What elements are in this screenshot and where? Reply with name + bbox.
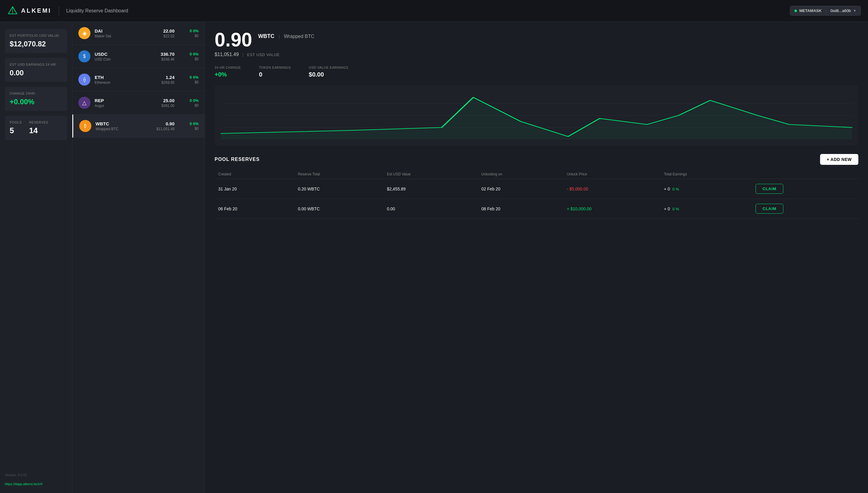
wbtc-amount: 0.90 $11,051.49 [156, 121, 174, 131]
row2-est-usd: 0.00 [383, 199, 478, 219]
stats-row: 24 HR CHANGE +0% TOKEN EARNINGS 0 USD VA… [215, 66, 859, 78]
col-action [752, 170, 859, 179]
token-item-dai[interactable]: ◈ DAI Maker Dai 22.00 $22.02 0 0% $0 [72, 22, 204, 45]
reserves-value: 14 [29, 126, 48, 135]
claim-button-2[interactable]: CLAIM [756, 204, 783, 214]
col-unlocking-on: Unlocking on [478, 170, 563, 179]
rep-info: REP Augur [95, 98, 161, 108]
asset-fullname: Wrapped BTC [284, 34, 314, 39]
asset-header: 0.90 WBTC | Wrapped BTC [215, 30, 859, 49]
row1-est-usd: $2,455.89 [383, 179, 478, 199]
col-reserve-total: Reserve Total [294, 170, 383, 179]
alkemi-logo-icon [7, 5, 18, 16]
rep-change: 0 0% $0 [180, 98, 199, 108]
chevron-down-icon: ▼ [853, 9, 856, 12]
usd-earnings-box: USD VALUE EARNINGS $0.00 [309, 66, 348, 78]
eth-balance: 1.24 [161, 75, 174, 80]
change-value: +0.00% [9, 98, 62, 106]
rep-balance: 25.00 [161, 98, 174, 103]
pool-reserves-header: POOL RESERVES + ADD NEW [215, 154, 859, 165]
col-created: Created [215, 170, 294, 179]
dai-change-usd: $0 [180, 34, 199, 38]
row1-action: CLAIM [752, 179, 859, 199]
col-total-earnings: Total Earnings [660, 170, 752, 179]
usd-earnings-label: USD VALUE EARNINGS [309, 66, 348, 69]
reserves-stat: RESERVES 14 [29, 121, 48, 135]
rep-name: Augur [95, 104, 161, 108]
dai-info: DAI Maker Dai [95, 28, 163, 38]
header: ALKEMI Liquidity Reserve Dashboard METAM… [0, 0, 868, 22]
earnings-value: 0.00 [9, 69, 62, 77]
claim-button-1[interactable]: CLAIM [756, 184, 783, 194]
add-new-button[interactable]: + ADD NEW [820, 154, 859, 165]
wbtc-change: 0 0% $0 [180, 122, 199, 131]
portfolio-card: EST PORTFOLIO USD VALUE: $12,070.82 [5, 29, 67, 53]
main-layout: EST PORTFOLIO USD VALUE: $12,070.82 EST … [0, 22, 868, 493]
row2-unlocking-on: 08 Feb 20 [478, 199, 563, 219]
change-24h-box: 24 HR CHANGE +0% [215, 66, 241, 78]
wbtc-balance: 0.90 [156, 121, 174, 126]
eth-amount: 1.24 $269.85 [161, 75, 174, 85]
wbtc-icon: ₿ [79, 120, 91, 132]
rep-change-pct: 0 0% [180, 98, 199, 103]
pools-reserves-card: POOLS 5 RESERVES 14 [5, 116, 67, 140]
row2-unlock-price: + $10,000.00 [563, 199, 660, 219]
token-item-usdc[interactable]: $ USDC USD Coin 336.70 $336.46 0 0% $0 [72, 45, 204, 68]
reserves-label: RESERVES [29, 121, 48, 124]
asset-info: WBTC | Wrapped BTC [258, 30, 314, 40]
row1-unlocking-on: 02 Feb 20 [478, 179, 563, 199]
pool-reserves-title: POOL RESERVES [215, 157, 260, 162]
change-card: CHANGE 24hr: +0.00% [5, 87, 67, 111]
asset-usd-label: EST USD VALUE [247, 52, 280, 57]
asset-usd-row: $11,051.49 | EST USD VALUE [215, 52, 859, 57]
row1-unlock-price: - $5,000.00 [563, 179, 660, 199]
wbtc-symbol: WBTC [95, 121, 156, 126]
row2-reserve-total: 0.00 WBTC [294, 199, 383, 219]
rep-symbol: REP [95, 98, 161, 103]
usdc-change-usd: $0 [180, 57, 199, 61]
rep-change-usd: $0 [180, 103, 199, 108]
dai-icon: ◈ [78, 27, 90, 39]
eth-change-pct: 0 0% [180, 75, 199, 80]
table-row: 06 Feb 20 0.00 WBTC 0.00 08 Feb 20 + $10… [215, 199, 859, 219]
asset-usd-value: $11,051.49 [215, 52, 239, 57]
dai-balance: 22.00 [163, 28, 174, 34]
eth-change-usd: $0 [180, 80, 199, 84]
metamask-label: METAMASK [799, 8, 822, 13]
eth-icon: ⟠ [78, 73, 90, 86]
row1-earnings: + 0 0 % [660, 179, 752, 199]
row2-created: 06 Feb 20 [215, 199, 294, 219]
usdc-balance: 336.70 [161, 51, 174, 57]
row1-reserve-total: 0.20 WBTC [294, 179, 383, 199]
reserves-table: Created Reserve Total Est USD Value Unlo… [215, 170, 859, 219]
wbtc-change-usd: $0 [180, 127, 199, 131]
asset-divider: | [279, 34, 281, 39]
asset-symbol: WBTC [258, 33, 275, 39]
wbtc-name: Wrapped BTC [95, 127, 156, 131]
rep-amount: 25.00 $391.00 [161, 98, 174, 108]
token-item-wbtc[interactable]: ₿ WBTC Wrapped BTC 0.90 $11,051.49 0 0% … [72, 114, 204, 138]
header-right: METAMASK 0xd6...a60b ▼ [790, 6, 861, 16]
eth-symbol: ETH [95, 75, 161, 80]
main-content: 0.90 WBTC | Wrapped BTC $11,051.49 | EST… [205, 22, 868, 493]
table-row: 31 Jan 20 0.20 WBTC $2,455.89 02 Feb 20 … [215, 179, 859, 199]
token-item-eth[interactable]: ⟠ ETH Ethereum 1.24 $269.85 0 0% $0 [72, 68, 204, 91]
usdc-amount: 336.70 $336.46 [161, 51, 174, 62]
metamask-badge: METAMASK [790, 6, 826, 16]
eth-usd: $269.85 [161, 81, 174, 85]
usdc-name: USD Coin [95, 57, 161, 62]
rep-icon: △ [78, 97, 90, 109]
token-item-rep[interactable]: △ REP Augur 25.00 $391.00 0 0% $0 [72, 91, 204, 114]
change-24h-value: +0% [215, 71, 241, 78]
price-chart [221, 91, 852, 140]
row2-earnings: + 0 0 % [660, 199, 752, 219]
usdc-change: 0 0% $0 [180, 52, 199, 61]
token-earnings-value: 0 [259, 71, 290, 78]
portfolio-value: $12,070.82 [9, 40, 62, 48]
token-earnings-label: TOKEN EARNINGS [259, 66, 290, 69]
wallet-address-button[interactable]: 0xd6...a60b ▼ [826, 6, 861, 16]
earnings-card: EST USD EARNINGS 24 hr: 0.00 [5, 58, 67, 82]
rep-usd: $391.00 [161, 104, 174, 108]
dai-usd: $22.02 [163, 34, 174, 38]
pools-stat: POOLS 5 [9, 121, 22, 135]
